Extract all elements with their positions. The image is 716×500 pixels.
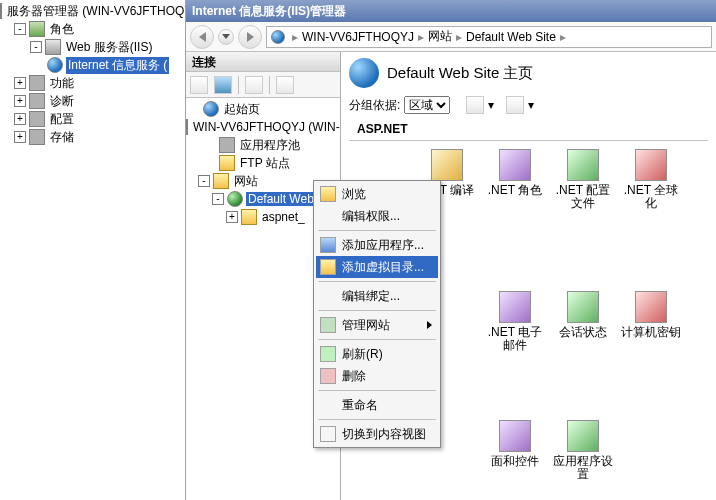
breadcrumb-host[interactable]: WIN-VV6JFTHOQYJ xyxy=(302,30,414,44)
feature-icon xyxy=(431,149,463,181)
feature-item[interactable]: 面和控件 xyxy=(482,420,548,481)
group-by-label: 分组依据: xyxy=(349,97,400,114)
webserver-icon xyxy=(45,39,61,55)
mmc-webserver-node[interactable]: - Web 服务器(IIS) xyxy=(0,38,185,56)
start-page-icon xyxy=(203,101,219,117)
diagnostics-icon xyxy=(29,93,45,109)
refresh-icon xyxy=(320,346,336,362)
iis-icon xyxy=(47,57,63,73)
breadcrumb-site[interactable]: Default Web Site xyxy=(466,30,556,44)
view-mode-button[interactable] xyxy=(506,96,524,114)
collapse-icon[interactable]: - xyxy=(198,175,210,187)
breadcrumb-sep: ▸ xyxy=(456,30,462,44)
ctx-add-virtual-directory[interactable]: 添加虚拟目录... xyxy=(316,256,438,278)
app-pools-icon xyxy=(219,137,235,153)
host-icon xyxy=(186,119,188,135)
up-button[interactable] xyxy=(245,76,263,94)
view-toggle-button[interactable] xyxy=(466,96,484,114)
feature-label: 应用程序设置 xyxy=(550,455,616,481)
manage-site-icon xyxy=(320,317,336,333)
mmc-storage-node[interactable]: + 存储 xyxy=(0,128,185,146)
ftp-sites-label: FTP 站点 xyxy=(238,155,292,172)
feature-item[interactable]: .NET 配置文件 xyxy=(550,149,616,210)
feature-item[interactable]: 应用程序设置 xyxy=(550,420,616,481)
feature-label: .NET 电子邮件 xyxy=(482,326,548,352)
connect-button[interactable] xyxy=(190,76,208,94)
feature-label: 会话状态 xyxy=(559,326,607,339)
breadcrumb-sep: ▸ xyxy=(292,30,298,44)
feature-icon xyxy=(567,291,599,323)
nav-forward-button[interactable] xyxy=(238,25,262,49)
page-title: Default Web Site 主页 xyxy=(387,64,533,83)
feature-item[interactable]: .NET 全球化 xyxy=(618,149,684,210)
ctx-sep xyxy=(318,419,436,420)
feature-item[interactable]: .NET 角色 xyxy=(482,149,548,210)
ctx-rename[interactable]: 重命名 xyxy=(316,394,438,416)
iis-title: Internet 信息服务(IIS)管理器 xyxy=(192,3,346,20)
expand-icon[interactable]: + xyxy=(14,77,26,89)
feature-item[interactable]: 计算机密钥 xyxy=(618,291,684,352)
ctx-content-view[interactable]: 切换到内容视图 xyxy=(316,423,438,445)
storage-icon xyxy=(29,129,45,145)
collapse-icon[interactable]: - xyxy=(212,193,224,205)
stop-button[interactable] xyxy=(276,76,294,94)
ctx-browse[interactable]: 浏览 xyxy=(316,183,438,205)
expand-icon[interactable]: + xyxy=(14,95,26,107)
view-mode-dropdown[interactable]: ▾ xyxy=(528,98,534,112)
connections-toolbar xyxy=(186,72,340,98)
nav-back-button[interactable] xyxy=(190,25,214,49)
mmc-root-label: 服务器管理器 (WIN-VV6JFTHOQY xyxy=(5,3,186,20)
ctx-edit-bindings[interactable]: 编辑绑定... xyxy=(316,285,438,307)
expand-icon[interactable]: + xyxy=(14,113,26,125)
feature-item[interactable]: .NET 电子邮件 xyxy=(482,291,548,352)
ctx-sep xyxy=(318,390,436,391)
ftp-sites-node[interactable]: FTP 站点 xyxy=(186,154,340,172)
mmc-features-node[interactable]: + 功能 xyxy=(0,74,185,92)
ctx-sep xyxy=(318,230,436,231)
save-button[interactable] xyxy=(214,76,232,94)
start-page-node[interactable]: 起始页 xyxy=(186,100,340,118)
server-icon xyxy=(0,3,2,19)
mmc-config-node[interactable]: + 配置 xyxy=(0,110,185,128)
mmc-diagnostics-label: 诊断 xyxy=(48,93,76,110)
breadcrumb-sites[interactable]: 网站 xyxy=(428,28,452,45)
nav-back-history-button[interactable] xyxy=(218,29,234,45)
view-dropdown[interactable]: ▾ xyxy=(488,98,494,112)
config-icon xyxy=(29,111,45,127)
feature-icon xyxy=(499,149,531,181)
collapse-icon[interactable]: - xyxy=(30,41,42,53)
mmc-iis-node[interactable]: Internet 信息服务 ( xyxy=(0,56,185,74)
submenu-arrow-icon xyxy=(427,321,432,329)
expand-icon[interactable]: + xyxy=(226,211,238,223)
feature-icon xyxy=(499,291,531,323)
mmc-iis-label: Internet 信息服务 ( xyxy=(66,57,169,74)
add-vdir-icon xyxy=(320,259,336,275)
connections-header: 连接 xyxy=(186,52,340,72)
ctx-add-application[interactable]: 添加应用程序... xyxy=(316,234,438,256)
mmc-roles-label: 角色 xyxy=(48,21,76,38)
site-icon xyxy=(227,191,243,207)
group-by-select[interactable]: 区域 xyxy=(404,96,450,114)
expand-icon[interactable]: + xyxy=(14,131,26,143)
mmc-config-label: 配置 xyxy=(48,111,76,128)
mmc-roles-node[interactable]: - 角色 xyxy=(0,20,185,38)
mmc-diagnostics-node[interactable]: + 诊断 xyxy=(0,92,185,110)
ctx-manage-website[interactable]: 管理网站 xyxy=(316,314,438,336)
ctx-refresh[interactable]: 刷新(R) xyxy=(316,343,438,365)
host-node[interactable]: WIN-VV6JFTHOQYJ (WIN-VV6 xyxy=(186,118,340,136)
collapse-icon[interactable]: - xyxy=(14,23,26,35)
iis-manager: Internet 信息服务(IIS)管理器 ▸ WIN-VV6JFTHOQYJ … xyxy=(186,0,716,500)
ctx-sep xyxy=(318,281,436,282)
breadcrumb[interactable]: ▸ WIN-VV6JFTHOQYJ ▸ 网站 ▸ Default Web Sit… xyxy=(266,26,712,48)
ctx-remove[interactable]: 删除 xyxy=(316,365,438,387)
app-pools-node[interactable]: 应用程序池 xyxy=(186,136,340,154)
feature-label: .NET 配置文件 xyxy=(550,184,616,210)
add-app-icon xyxy=(320,237,336,253)
role-icon xyxy=(29,21,45,37)
ctx-edit-permissions[interactable]: 编辑权限... xyxy=(316,205,438,227)
feature-item[interactable]: 会话状态 xyxy=(550,291,616,352)
sites-icon xyxy=(213,173,229,189)
mmc-root-node[interactable]: 服务器管理器 (WIN-VV6JFTHOQY xyxy=(0,2,185,20)
breadcrumb-icon xyxy=(271,30,285,44)
group-aspnet: ASP.NET xyxy=(349,118,708,141)
